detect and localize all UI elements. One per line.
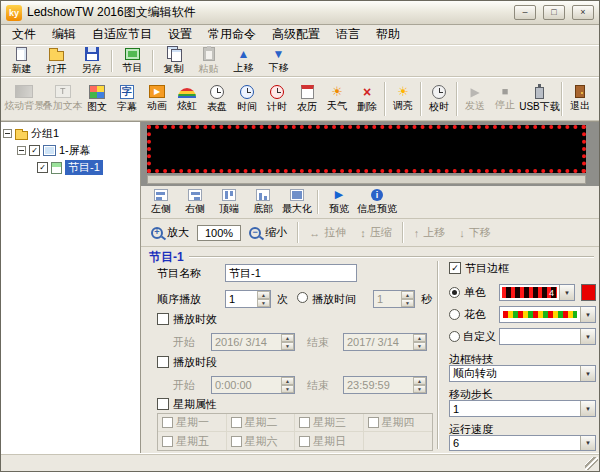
exit-button[interactable]: 退出 — [565, 79, 595, 119]
menu-common-commands[interactable]: 常用命令 — [200, 24, 264, 45]
weekday-checkbox-fri[interactable] — [162, 436, 173, 447]
time-sync-button[interactable]: 校时 — [424, 79, 454, 119]
week-property-checkbox[interactable] — [157, 398, 169, 410]
dropdown-arrow[interactable]: ▼ — [580, 307, 595, 322]
stop-button[interactable]: ■ 停止 — [490, 79, 520, 119]
start-time-field[interactable]: 0:00:00 ▲ ▼ — [211, 376, 295, 394]
mono-color-swatch[interactable] — [581, 284, 596, 301]
zoom-in-button[interactable]: + 放大 — [145, 223, 195, 242]
custom-border-combo[interactable]: ▼ — [499, 328, 596, 345]
copy-button[interactable]: 复制 — [156, 47, 191, 76]
menu-edit[interactable]: 编辑 — [44, 24, 84, 45]
maximize-area-button[interactable]: 最大化 — [281, 187, 313, 217]
graphic-text-button[interactable]: 图文 — [82, 79, 112, 119]
led-screen[interactable] — [147, 125, 586, 173]
program-border-checkbox[interactable]: ✓ — [449, 262, 461, 274]
tree-node-group[interactable]: 分组1 — [3, 125, 138, 142]
align-bottom-button[interactable]: 底部 — [247, 187, 279, 217]
new-button[interactable]: 新建 — [4, 47, 39, 76]
spin-down-button[interactable]: ▼ — [413, 342, 426, 350]
program-checkbox[interactable]: ✓ — [37, 162, 48, 173]
rainbow-button[interactable]: 炫虹 — [172, 79, 202, 119]
resize-grip[interactable] — [585, 457, 598, 470]
weekday-checkbox-sat[interactable] — [231, 436, 242, 447]
sequence-play-spinner[interactable]: 1 ▲ ▼ — [225, 290, 271, 308]
area-move-up-button[interactable]: ↑ 上移 — [408, 223, 452, 242]
menu-file[interactable]: 文件 — [4, 24, 44, 45]
save-as-button[interactable]: 另存 — [74, 47, 109, 76]
spin-up-button[interactable]: ▲ — [401, 291, 414, 299]
menu-advanced-config[interactable]: 高级配置 — [264, 24, 328, 45]
compress-button[interactable]: ↕ 压缩 — [354, 223, 398, 242]
close-button[interactable]: × — [572, 5, 594, 20]
time-button[interactable]: 时间 — [232, 79, 262, 119]
spin-down-button[interactable]: ▼ — [281, 385, 294, 393]
spin-up-button[interactable]: ▲ — [413, 334, 426, 342]
spin-up-button[interactable]: ▲ — [281, 377, 294, 385]
brightness-button[interactable]: ☀ 调亮 — [388, 79, 418, 119]
spin-down-button[interactable]: ▼ — [413, 385, 426, 393]
spin-up-button[interactable]: ▲ — [413, 377, 426, 385]
timer-button[interactable]: 计时 — [262, 79, 292, 119]
minimize-button[interactable]: – — [514, 5, 536, 20]
end-date-field[interactable]: 2017/ 3/14 ▲ ▼ — [343, 333, 427, 351]
maximize-button[interactable]: □ — [543, 5, 565, 20]
weekday-checkbox-tue[interactable] — [231, 417, 242, 428]
weather-button[interactable]: ☀ 天气 — [322, 79, 352, 119]
mono-color-radio[interactable] — [449, 287, 460, 298]
menu-settings[interactable]: 设置 — [160, 24, 200, 45]
move-down-button[interactable]: ▼ 下移 — [261, 47, 296, 76]
area-move-down-button[interactable]: ↓ 下移 — [453, 223, 497, 242]
preview-scrollbar[interactable] — [147, 175, 586, 184]
animation-button[interactable]: ▶ 动画 — [142, 79, 172, 119]
send-button[interactable]: ▶ 发送 — [460, 79, 490, 119]
subtitle-button[interactable]: 字 字幕 — [112, 79, 142, 119]
play-time-radio[interactable] — [297, 292, 308, 303]
dropdown-arrow[interactable]: ▼ — [580, 401, 595, 416]
overlay-text-button[interactable]: T 叠加文本 — [44, 79, 83, 119]
spin-down-button[interactable]: ▼ — [257, 299, 270, 307]
align-left-button[interactable]: 左侧 — [145, 187, 177, 217]
valid-time-checkbox[interactable] — [157, 313, 169, 325]
zoom-out-button[interactable]: − 缩小 — [243, 223, 293, 242]
weekday-checkbox-sun[interactable] — [299, 436, 310, 447]
program-button[interactable]: 节目 — [115, 47, 150, 76]
move-up-button[interactable]: ▲ 上移 — [226, 47, 261, 76]
flower-color-radio[interactable] — [449, 309, 460, 320]
weekday-checkbox-mon[interactable] — [162, 417, 173, 428]
spin-down-button[interactable]: ▼ — [401, 299, 414, 307]
dazzle-background-button[interactable]: 炫动背景 — [5, 79, 44, 119]
paste-button[interactable]: 粘贴 — [191, 47, 226, 76]
weekday-checkbox-thu[interactable] — [368, 417, 379, 428]
spin-down-button[interactable]: ▼ — [281, 342, 294, 350]
screen-checkbox[interactable]: ✓ — [29, 145, 40, 156]
start-date-field[interactable]: 2016/ 3/14 ▲ ▼ — [211, 333, 295, 351]
move-step-select[interactable]: 1 ▼ — [449, 400, 596, 417]
usb-download-button[interactable]: USB下载 — [520, 79, 559, 119]
collapse-icon[interactable] — [3, 129, 12, 138]
align-top-button[interactable]: 顶端 — [213, 187, 245, 217]
align-right-button[interactable]: 右侧 — [179, 187, 211, 217]
end-time-field[interactable]: 23:59:59 ▲ ▼ — [343, 376, 427, 394]
dropdown-arrow[interactable]: ▼ — [580, 366, 595, 381]
custom-border-radio[interactable] — [449, 331, 460, 342]
open-button[interactable]: 打开 — [39, 47, 74, 76]
mono-pattern-combo[interactable]: 4 ▼ — [499, 284, 575, 301]
lunar-calendar-button[interactable]: 农历 — [292, 79, 322, 119]
dropdown-arrow[interactable]: ▼ — [580, 436, 595, 450]
spin-up-button[interactable]: ▲ — [281, 334, 294, 342]
dropdown-arrow[interactable]: ▼ — [559, 285, 574, 300]
zoom-level-value[interactable]: 100% — [197, 225, 241, 241]
menu-help[interactable]: 帮助 — [368, 24, 408, 45]
preview-button[interactable]: ▶ 预览 — [323, 187, 355, 217]
menu-language[interactable]: 语言 — [328, 24, 368, 45]
delete-button[interactable]: × 删除 — [352, 79, 382, 119]
stretch-button[interactable]: ↔ 拉伸 — [303, 223, 352, 242]
menu-adaptive-program[interactable]: 自适应节目 — [84, 24, 160, 45]
play-period-checkbox[interactable] — [157, 356, 169, 368]
tree-node-screen[interactable]: ✓ 1-屏幕 — [3, 142, 138, 159]
run-speed-select[interactable]: 6 ▼ — [449, 435, 596, 451]
border-effect-select[interactable]: 顺向转动 ▼ — [449, 365, 596, 382]
dial-button[interactable]: 表盘 — [202, 79, 232, 119]
info-preview-button[interactable]: i 信息预览 — [357, 187, 397, 217]
